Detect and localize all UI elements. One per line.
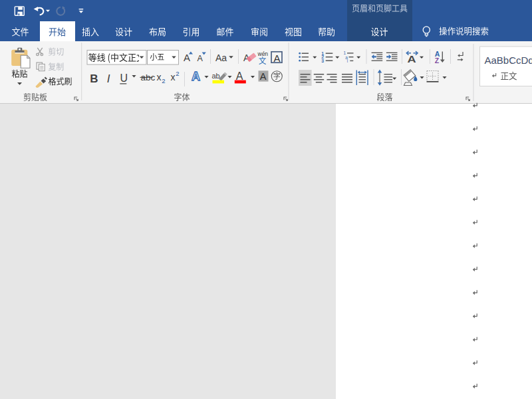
- svg-text:Aa: Aa: [215, 53, 227, 63]
- svg-text:A: A: [198, 54, 203, 63]
- svg-text:B: B: [90, 72, 98, 85]
- svg-text:2: 2: [176, 70, 179, 77]
- svg-text:ab: ab: [212, 72, 220, 80]
- svg-text:3: 3: [321, 59, 324, 63]
- svg-text:x: x: [171, 72, 176, 82]
- svg-text:U: U: [120, 72, 128, 84]
- svg-text:A: A: [192, 70, 200, 83]
- svg-text:x: x: [157, 72, 162, 82]
- svg-text:i: i: [347, 59, 348, 63]
- svg-text:A: A: [184, 52, 190, 63]
- svg-text:wén: wén: [257, 51, 269, 57]
- svg-text:I: I: [107, 72, 110, 85]
- svg-text:A: A: [408, 54, 416, 65]
- svg-text:AaBbCcDd: AaBbCcDd: [485, 55, 532, 66]
- svg-text:Z: Z: [435, 57, 440, 65]
- svg-text:A: A: [274, 53, 281, 64]
- svg-text:2: 2: [162, 77, 165, 84]
- svg-text:A: A: [260, 71, 267, 82]
